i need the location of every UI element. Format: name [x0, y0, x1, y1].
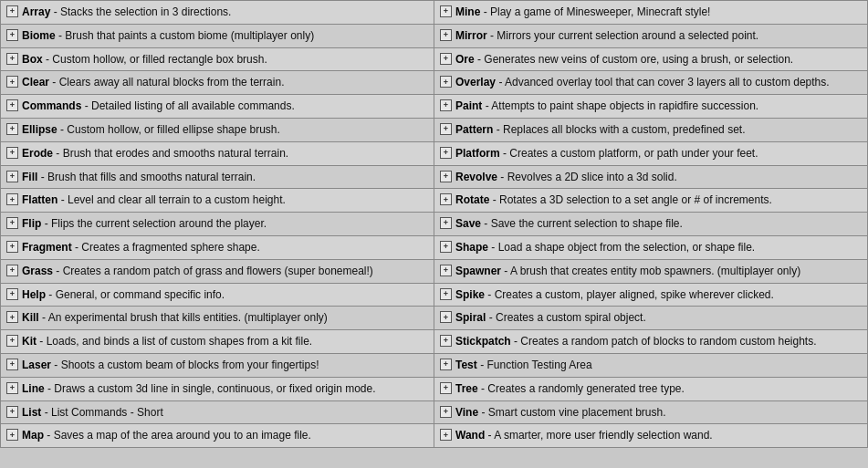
command-cell[interactable]: +Help - General, or command specific inf…	[1, 284, 434, 307]
command-cell[interactable]: +Spiral - Creates a custom spiral object…	[434, 307, 868, 330]
command-cell[interactable]: +Save - Save the current selection to sh…	[434, 213, 868, 236]
command-description: - Brush that fills and smooths natural t…	[37, 171, 256, 183]
command-cell[interactable]: +Kill - An experimental brush that kills…	[1, 307, 434, 330]
command-name: Box	[22, 53, 43, 66]
command-content: Kit - Loads, and binds a list of custom …	[22, 334, 428, 349]
command-name: Spike	[455, 288, 485, 301]
command-cell[interactable]: +Test - Function Testing Area	[434, 354, 868, 378]
command-description: - Play a game of Minesweeper, Minecraft …	[480, 5, 710, 18]
command-cell[interactable]: +Flip - Flips the current selection arou…	[1, 213, 434, 236]
command-cell[interactable]: +Mirror - Mirrors your current selection…	[434, 25, 868, 48]
command-description: - Custom hollow, or filled rectangle box…	[43, 53, 267, 66]
command-cell[interactable]: +Shape - Load a shape object from the se…	[434, 236, 868, 260]
command-cell[interactable]: +Box - Custom hollow, or filled rectangl…	[1, 48, 434, 72]
command-name: Flatten	[22, 193, 58, 206]
command-cell[interactable]: +List - List Commands - Short	[1, 401, 434, 425]
command-description: - Replaces all blocks with a custom, pre…	[493, 123, 745, 136]
command-description: - Creates a custom spiral object.	[486, 311, 645, 324]
command-cell[interactable]: +Clear - Clears away all natural blocks …	[1, 71, 434, 95]
command-content: Biome - Brush that paints a custom biome…	[22, 28, 428, 44]
command-name: Overlay	[455, 76, 496, 88]
command-name: Shape	[455, 241, 488, 254]
command-description: - Shoots a custom beam of blocks from yo…	[51, 359, 319, 371]
command-content: Array - Stacks the selection in 3 direct…	[22, 5, 428, 20]
command-cell[interactable]: +Revolve - Revolves a 2D slice into a 3d…	[434, 166, 868, 190]
command-content: Platform - Creates a custom platform, or…	[455, 146, 862, 161]
command-content: Save - Save the current selection to sha…	[455, 216, 862, 232]
command-name: Spawner	[455, 265, 501, 277]
command-description: - Save the current selection to shape fi…	[481, 217, 683, 230]
command-cell[interactable]: +Spawner - A brush that creates entity m…	[434, 260, 868, 284]
command-name: Mirror	[455, 29, 487, 42]
command-description: - Smart custom vine placement brush.	[478, 406, 665, 419]
command-name: Fragment	[22, 241, 72, 254]
command-description: - Stacks the selection in 3 directions.	[50, 5, 231, 18]
command-icon: +	[6, 429, 18, 441]
command-cell[interactable]: +Ore - Generates new veins of custom ore…	[434, 48, 868, 72]
command-cell[interactable]: +Grass - Creates a random patch of grass…	[1, 260, 434, 284]
command-name: Line	[22, 382, 45, 395]
command-icon: +	[6, 99, 18, 111]
command-icon: +	[6, 241, 18, 253]
command-cell[interactable]: +Wand - A smarter, more user friendly se…	[434, 424, 868, 448]
command-cell[interactable]: +Mine - Play a game of Minesweeper, Mine…	[434, 1, 868, 25]
command-cell[interactable]: +Stickpatch - Creates a random patch of …	[434, 330, 868, 354]
command-name: Ore	[455, 53, 475, 66]
command-description: - List Commands - Short	[41, 406, 162, 419]
command-content: Spawner - A brush that creates entity mo…	[455, 264, 862, 279]
command-cell[interactable]: +Line - Draws a custom 3d line in single…	[1, 378, 434, 401]
command-description: - Creates a random patch of blocks to ra…	[511, 335, 817, 348]
command-icon: +	[440, 76, 452, 88]
command-icon: +	[6, 171, 18, 182]
command-cell[interactable]: +Array - Stacks the selection in 3 direc…	[1, 1, 434, 25]
command-cell[interactable]: +Tree - Creates a randomly generated tre…	[434, 378, 868, 401]
command-icon: +	[6, 335, 18, 347]
command-content: Revolve - Revolves a 2D slice into a 3d …	[455, 170, 862, 185]
command-cell[interactable]: +Laser - Shoots a custom beam of blocks …	[1, 354, 434, 378]
command-cell[interactable]: +Overlay - Advanced overlay tool that ca…	[434, 71, 868, 95]
command-content: Line - Draws a custom 3d line in single,…	[22, 381, 428, 397]
command-description: - Draws a custom 3d line in single, cont…	[45, 382, 376, 395]
command-description: - Level and clear all terrain to a custo…	[58, 193, 285, 206]
command-cell[interactable]: +Platform - Creates a custom platform, o…	[434, 142, 868, 166]
command-cell[interactable]: +Map - Saves a map of the area around yo…	[1, 424, 434, 448]
command-description: - Creates a fragmented sphere shape.	[72, 241, 260, 254]
command-icon: +	[440, 429, 452, 441]
command-content: Overlay - Advanced overlay tool that can…	[455, 75, 862, 90]
command-description: - Revolves a 2D slice into a 3d solid.	[497, 171, 677, 183]
command-icon: +	[440, 335, 452, 347]
command-cell[interactable]: +Kit - Loads, and binds a list of custom…	[1, 330, 434, 354]
command-content: Shape - Load a shape object from the sel…	[455, 240, 862, 255]
command-description: - An experimental brush that kills entit…	[39, 311, 328, 324]
command-cell[interactable]: +Erode - Brush that erodes and smooths n…	[1, 142, 434, 166]
command-name: Rotate	[455, 193, 489, 206]
command-name: Paint	[455, 99, 482, 112]
command-cell[interactable]: +Biome - Brush that paints a custom biom…	[1, 25, 434, 48]
command-description: - Attempts to paint shape objects in rap…	[482, 99, 758, 112]
command-cell[interactable]: +Flatten - Level and clear all terrain t…	[1, 189, 434, 213]
command-cell[interactable]: +Paint - Attempts to paint shape objects…	[434, 95, 868, 119]
command-cell[interactable]: +Pattern - Replaces all blocks with a cu…	[434, 119, 868, 142]
command-content: Mirror - Mirrors your current selection …	[455, 28, 862, 44]
command-name: Erode	[22, 147, 53, 160]
command-cell[interactable]: +Commands - Detailed listing of all avai…	[1, 95, 434, 119]
command-cell[interactable]: +Fill - Brush that fills and smooths nat…	[1, 166, 434, 190]
command-cell[interactable]: +Fragment - Creates a fragmented sphere …	[1, 236, 434, 260]
command-icon: +	[6, 382, 18, 394]
command-description: - Flips the current selection around the…	[41, 217, 267, 230]
commands-grid: +Array - Stacks the selection in 3 direc…	[0, 0, 868, 448]
command-cell[interactable]: +Spike - Creates a custom, player aligne…	[434, 284, 868, 307]
command-icon: +	[440, 193, 452, 205]
command-icon: +	[440, 241, 452, 253]
command-name: Save	[455, 217, 481, 230]
command-description: - General, or command specific info.	[46, 288, 225, 301]
command-description: - Creates a custom platform, or path und…	[500, 147, 758, 160]
command-description: - Brush that paints a custom biome (mult…	[56, 29, 314, 42]
command-content: Spike - Creates a custom, player aligned…	[455, 287, 862, 303]
command-content: Laser - Shoots a custom beam of blocks f…	[22, 358, 428, 373]
command-icon: +	[440, 5, 452, 17]
command-icon: +	[440, 29, 452, 41]
command-cell[interactable]: +Rotate - Rotates a 3D selection to a se…	[434, 189, 868, 213]
command-cell[interactable]: +Vine - Smart custom vine placement brus…	[434, 401, 868, 425]
command-cell[interactable]: +Ellipse - Custom hollow, or filled elli…	[1, 119, 434, 142]
